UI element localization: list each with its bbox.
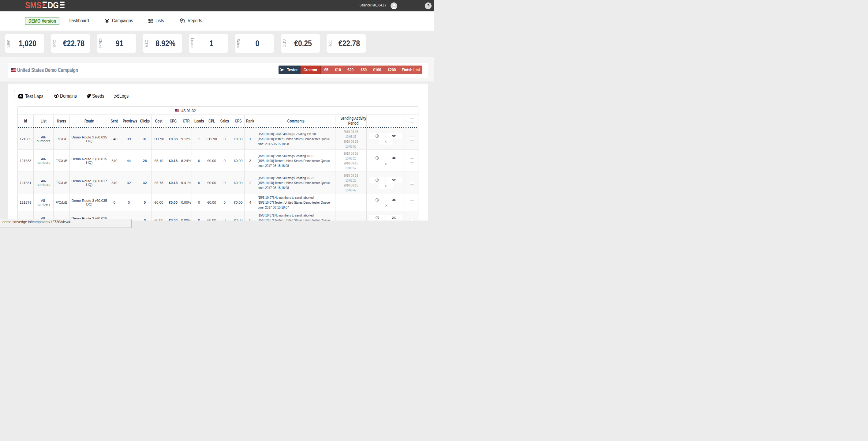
svg-text:SMS: SMS: [25, 2, 42, 9]
svg-text:DG: DG: [48, 2, 59, 9]
